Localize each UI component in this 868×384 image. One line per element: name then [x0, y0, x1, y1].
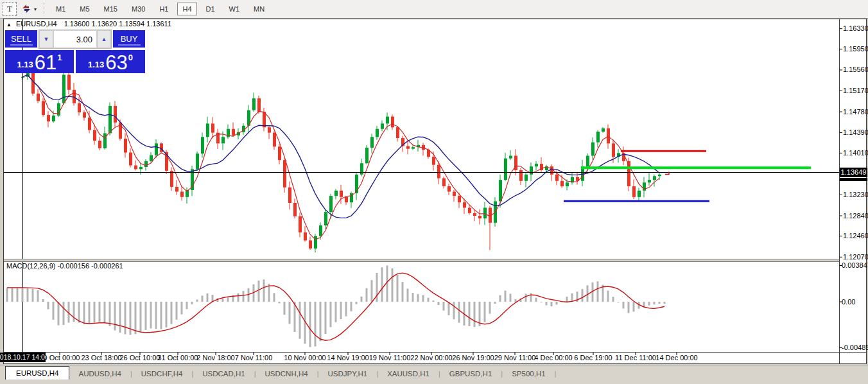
sell-price-big: 61	[35, 55, 56, 71]
buy-button[interactable]: BUY	[113, 30, 145, 48]
sell-button[interactable]: SELL	[5, 30, 37, 48]
current-price-tag: 1.13649	[840, 168, 867, 177]
text-label-tool-icon[interactable]: T	[3, 2, 17, 16]
toolbar: T ▾ M1M5M15M30H1H4D1W1MN	[0, 0, 868, 19]
volume-stepper: ▼ 3.00 ▲	[39, 30, 112, 49]
time-axis-label: 26 Nov 19:00	[452, 354, 494, 362]
timeframe-button-m5[interactable]: M5	[74, 3, 94, 15]
tab-separator: |	[555, 370, 557, 380]
collapse-triangle-icon[interactable]: ▲	[6, 22, 12, 28]
time-axis-label: 14 Dec 00:00	[655, 354, 697, 362]
sell-button-label: SELL	[11, 34, 31, 44]
price-axis-label: 1.15170	[843, 87, 868, 94]
symbol-tab-bar: EURUSD,H4AUDUSD,H4|USDCHF,H4|USDCAD,H1|U…	[0, 365, 868, 380]
time-axis-label: 29 Nov 11:00	[494, 354, 536, 362]
price-axis-label: 1.13230	[843, 191, 868, 198]
price-axis-label: 1.14010	[843, 149, 868, 157]
tab-usdchf-h4[interactable]: USDCHF,H4	[132, 368, 192, 380]
price-axis-label: 1.15560	[843, 65, 868, 73]
tab-usdcad-h1[interactable]: USDCAD,H1	[193, 368, 254, 380]
price-axis-label: 1.16330	[843, 24, 868, 32]
chart-title-ohlc: 1.13600 1.13620 1.13594 1.13611	[64, 20, 171, 28]
tab-sp500-h1[interactable]: SP500,H1	[503, 368, 554, 380]
sell-price-small: 1.13	[17, 60, 33, 69]
timeframe-buttons: M1M5M15M30H1H4D1W1MN	[49, 3, 272, 15]
timeframe-button-m1[interactable]: M1	[51, 3, 71, 15]
time-axis-label: 26 Oct 10:00	[120, 354, 161, 362]
tab-usdjpy-h1[interactable]: USDJPY,H1	[318, 368, 376, 380]
tab-xauusd-h1[interactable]: XAUUSD,H1	[378, 368, 438, 380]
macd-axis-label: 0.00	[842, 298, 855, 306]
tab-eurusd-h4[interactable]: EURUSD,H4	[5, 366, 69, 380]
price-axis-label: 1.14780	[843, 108, 868, 116]
volume-increase-button[interactable]: ▲	[97, 30, 111, 48]
buy-button-label: BUY	[121, 34, 138, 44]
time-axis-label: 31 Oct 00:00	[158, 354, 198, 362]
tab-audusd-h4[interactable]: AUDUSD,H4	[69, 368, 130, 380]
buy-price-display[interactable]: 1.13 63 0	[76, 50, 145, 73]
time-axis-label: 22 Nov 00:00	[410, 354, 452, 362]
price-axis-label: 1.12460	[843, 232, 868, 240]
price-axis-label: 1.12840	[843, 212, 868, 220]
time-axis-label: 2 Nov 18:00	[196, 354, 234, 362]
buy-price-sup: 0	[128, 53, 133, 62]
buy-price-small: 1.13	[88, 60, 104, 69]
mt4-chart-window: T ▾ M1M5M15M30H1H4D1W1MN ▲ EURUSD,H4 1.1…	[0, 0, 868, 384]
bottom-strip	[0, 379, 868, 384]
buy-price-big: 63	[105, 55, 127, 71]
price-axis-border	[839, 19, 840, 364]
timeframe-button-m30[interactable]: M30	[126, 3, 150, 15]
time-axis-label: 10 Nov 00:00	[284, 354, 326, 362]
sell-underline	[10, 44, 33, 46]
sell-price-sup: 1	[57, 53, 62, 62]
price-axis-label: 1.14390	[843, 128, 868, 136]
chart-title: ▲ EURUSD,H4 1.13600 1.13620 1.13594 1.13…	[6, 20, 171, 28]
one-click-trading-panel: SELL ▼ 3.00 ▲ BUY 1.13 61 1 1.13 63 0	[5, 30, 145, 73]
time-axis-border	[4, 352, 867, 353]
macd-axis-label: 0.003847	[842, 261, 868, 269]
price-axis-label: 1.15950	[843, 45, 868, 53]
time-axis-label: 14 Nov 19:00	[327, 354, 369, 362]
tab-usdcnh-h4[interactable]: USDCNH,H4	[256, 368, 317, 380]
macd-axis-label: -0.004856	[842, 344, 868, 351]
buy-underline	[118, 44, 141, 46]
time-axis-label: 4 Dec 00:00	[534, 354, 572, 362]
arrows-glyph	[21, 4, 33, 14]
chart-title-symbol: EURUSD,H4	[16, 20, 57, 28]
pane-splitter[interactable]	[4, 259, 839, 262]
time-axis-label: 7 Nov 11:00	[235, 354, 273, 362]
time-axis-label: 11 Dec 11:00	[615, 354, 656, 362]
time-axis-label: 19 Nov 11:00	[369, 354, 411, 362]
timeframe-button-h1[interactable]: H1	[154, 3, 173, 15]
timeframe-button-d1[interactable]: D1	[201, 3, 220, 15]
timeframe-button-m15[interactable]: M15	[99, 3, 123, 15]
tab-gbpusd-h1[interactable]: GBPUSD,H1	[440, 368, 501, 380]
price-axis-label: 1.12070	[843, 253, 868, 261]
crosshair-time-tag: 2018.10.17 14:00	[0, 353, 46, 362]
price-tag-partial	[840, 178, 867, 181]
volume-input[interactable]: 3.00	[53, 30, 97, 48]
timeframe-button-w1[interactable]: W1	[224, 3, 245, 15]
volume-decrease-button[interactable]: ▼	[39, 30, 53, 48]
macd-indicator-label: MACD(12,26,9) -0.000156 -0.000261	[6, 262, 123, 270]
time-axis-label: 6 Dec 19:00	[574, 354, 612, 362]
arrows-tool-icon[interactable]: ▾	[19, 3, 39, 15]
dropdown-caret-icon[interactable]: ▾	[34, 6, 37, 12]
toolbar-separator	[44, 3, 45, 15]
time-axis-label: 23 Oct 18:00	[82, 354, 122, 362]
timeframe-button-h4[interactable]: H4	[177, 3, 196, 15]
timeframe-button-mn[interactable]: MN	[248, 3, 270, 15]
sell-price-display[interactable]: 1.13 61 1	[5, 50, 74, 73]
